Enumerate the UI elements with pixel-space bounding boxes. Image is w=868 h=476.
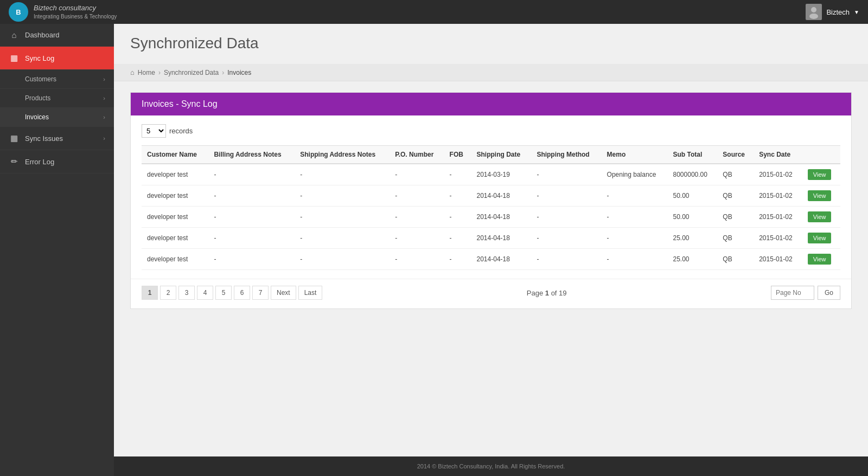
sync-date-cell: 2015-01-02 xyxy=(754,228,802,249)
page-btn-6[interactable]: 6 xyxy=(234,286,250,300)
shipping-notes-cell: - xyxy=(295,164,390,185)
records-selector: 5 10 25 50 records xyxy=(142,124,840,138)
sidebar-item-dashboard[interactable]: ⌂ Dashboard xyxy=(0,24,114,47)
shipping-notes-cell: - xyxy=(295,249,390,270)
sidebar-item-label: Sync Issues xyxy=(25,134,98,143)
fob-cell: - xyxy=(444,207,471,228)
sidebar-item-sync-log[interactable]: ▦ Sync Log xyxy=(0,47,114,70)
billing-notes-cell: - xyxy=(208,249,295,270)
home-icon: ⌂ xyxy=(9,30,20,40)
grid-icon: ▦ xyxy=(9,133,20,143)
po-number-cell: - xyxy=(390,207,444,228)
main-layout: ⌂ Dashboard ▦ Sync Log Customers › Produ… xyxy=(0,24,868,476)
content-panel: Invoices - Sync Log 5 10 25 50 records xyxy=(130,92,852,309)
memo-cell: Opening balance xyxy=(602,164,668,185)
shipping-notes-cell: - xyxy=(295,228,390,249)
shipping-notes-cell: - xyxy=(295,207,390,228)
billing-notes-cell: - xyxy=(208,164,295,185)
col-sub-total: Sub Total xyxy=(668,146,718,164)
data-table: Customer Name Billing Address Notes Ship… xyxy=(142,145,840,270)
fob-cell: - xyxy=(444,164,471,185)
sub-total-cell: 50.00 xyxy=(668,185,718,207)
avatar xyxy=(806,4,822,20)
topbar: B Biztech consultancy Integrating Busine… xyxy=(0,0,868,24)
sidebar-item-invoices[interactable]: Invoices › xyxy=(0,108,114,127)
billing-notes-cell: - xyxy=(208,207,295,228)
next-button[interactable]: Next xyxy=(271,286,296,300)
table-body: developer test----2014-03-19-Opening bal… xyxy=(142,164,840,270)
sidebar-item-error-log[interactable]: ✏ Error Log xyxy=(0,150,114,173)
po-number-cell: - xyxy=(390,249,444,270)
grid-icon: ▦ xyxy=(9,53,20,63)
sync-date-cell: 2015-01-02 xyxy=(754,185,802,207)
breadcrumb-home[interactable]: Home xyxy=(138,69,155,76)
source-cell: QB xyxy=(717,185,754,207)
breadcrumb-sep: › xyxy=(158,69,161,76)
logo-icon: B xyxy=(9,2,28,22)
po-number-cell: - xyxy=(390,164,444,185)
sidebar-item-sync-issues[interactable]: ▦ Sync Issues › xyxy=(0,127,114,150)
view-button[interactable]: View xyxy=(808,169,832,180)
tagline: Integrating Business & Technology xyxy=(34,13,117,20)
page-btn-1[interactable]: 1 xyxy=(142,286,158,300)
page-btn-5[interactable]: 5 xyxy=(215,286,232,300)
page-title: Synchronized Data xyxy=(130,35,852,52)
sub-total-cell: 25.00 xyxy=(668,228,718,249)
action-cell: View xyxy=(802,207,840,228)
customer-name-cell: developer test xyxy=(142,249,208,270)
page-info: Page 1 of 19 xyxy=(527,289,567,297)
page-btn-7[interactable]: 7 xyxy=(252,286,269,300)
memo-cell: - xyxy=(602,249,668,270)
svg-point-4 xyxy=(809,14,818,19)
go-button[interactable]: Go xyxy=(818,286,840,300)
sidebar-item-label: Dashboard xyxy=(25,31,105,39)
pagination-right: Go xyxy=(771,286,840,300)
billing-notes-cell: - xyxy=(208,228,295,249)
sidebar-item-products[interactable]: Products › xyxy=(0,89,114,108)
customer-name-cell: developer test xyxy=(142,228,208,249)
user-menu[interactable]: Biztech ▼ xyxy=(806,4,859,20)
table-row: developer test----2014-04-18--25.00QB201… xyxy=(142,228,840,249)
col-po-number: P.O. Number xyxy=(390,146,444,164)
view-button[interactable]: View xyxy=(808,190,832,201)
sync-date-cell: 2015-01-02 xyxy=(754,164,802,185)
page-btn-3[interactable]: 3 xyxy=(178,286,195,300)
fob-cell: - xyxy=(444,185,471,207)
sync-date-cell: 2015-01-02 xyxy=(754,207,802,228)
view-button[interactable]: View xyxy=(808,233,832,243)
po-number-cell: - xyxy=(390,185,444,207)
records-label: records xyxy=(169,127,193,135)
col-memo: Memo xyxy=(602,146,668,164)
page-no-input[interactable] xyxy=(771,286,814,300)
brand-name: Biztech consultancy xyxy=(34,4,117,13)
footer: 2014 © Biztech Consultancy, India. All R… xyxy=(114,456,868,476)
col-shipping-notes: Shipping Address Notes xyxy=(295,146,390,164)
breadcrumb-sync-data[interactable]: Synchronized Data xyxy=(164,69,219,76)
sidebar-sub-label: Customers xyxy=(25,75,56,83)
source-cell: QB xyxy=(717,207,754,228)
action-cell: View xyxy=(802,164,840,185)
billing-notes-cell: - xyxy=(208,185,295,207)
table-row: developer test----2014-04-18--25.00QB201… xyxy=(142,249,840,270)
view-button[interactable]: View xyxy=(808,254,832,265)
sidebar-item-customers[interactable]: Customers › xyxy=(0,70,114,89)
table-header-row: Customer Name Billing Address Notes Ship… xyxy=(142,146,840,164)
page-btn-2[interactable]: 2 xyxy=(160,286,176,300)
records-per-page-select[interactable]: 5 10 25 50 xyxy=(142,124,166,138)
memo-cell: - xyxy=(602,207,668,228)
action-cell: View xyxy=(802,249,840,270)
page-header: Synchronized Data xyxy=(114,24,868,64)
memo-cell: - xyxy=(602,228,668,249)
sync-date-cell: 2015-01-02 xyxy=(754,249,802,270)
col-billing-notes: Billing Address Notes xyxy=(208,146,295,164)
col-customer-name: Customer Name xyxy=(142,146,208,164)
breadcrumb-sep: › xyxy=(222,69,224,76)
customer-name-cell: developer test xyxy=(142,207,208,228)
shipping-date-cell: 2014-04-18 xyxy=(471,207,532,228)
last-button[interactable]: Last xyxy=(298,286,323,300)
source-cell: QB xyxy=(717,164,754,185)
chevron-right-icon: › xyxy=(103,135,105,141)
page-btn-4[interactable]: 4 xyxy=(197,286,213,300)
view-button[interactable]: View xyxy=(808,211,832,222)
source-cell: QB xyxy=(717,249,754,270)
